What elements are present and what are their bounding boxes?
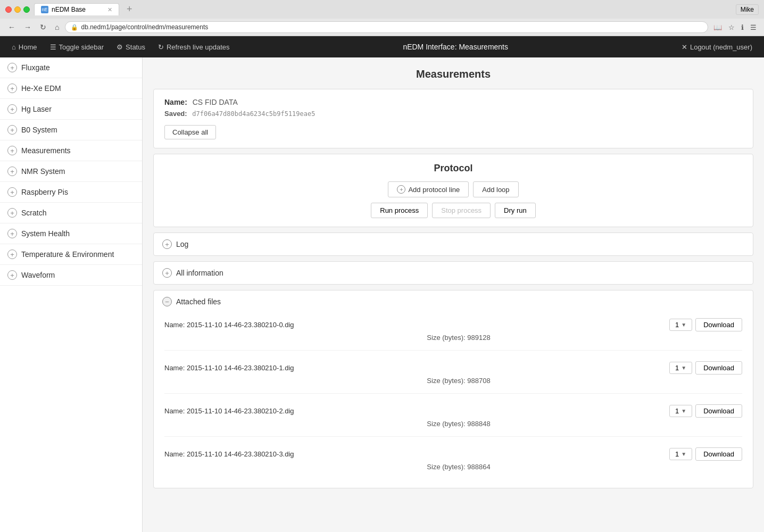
add-loop-button[interactable]: Add loop [473, 181, 518, 197]
sidebar-item-scratch[interactable]: + Scratch [0, 203, 142, 223]
sidebar-item-fluxgate[interactable]: + Fluxgate [0, 57, 142, 78]
sidebar-item-label: Scratch [21, 209, 46, 217]
reload-button[interactable]: ↻ [37, 22, 49, 32]
file-version-2: 1 ▼ [669, 405, 692, 417]
home-nav-button[interactable]: ⌂ Home [6, 40, 43, 54]
version-dropdown-icon-0[interactable]: ▼ [681, 322, 686, 328]
sidebar-item-waveform[interactable]: + Waveform [0, 265, 142, 286]
sidebar-item-measurements[interactable]: + Measurements [0, 140, 142, 161]
file-version-number-0: 1 [675, 321, 679, 329]
attached-files-section-title: Attached files [176, 297, 221, 306]
file-name-0: Name: 2015-11-10 14-46-23.380210-0.dig [164, 321, 294, 329]
version-dropdown-icon-1[interactable]: ▼ [681, 365, 686, 371]
download-button-1[interactable]: Download [695, 361, 742, 375]
sidebar-item-label: Raspberry Pis [21, 188, 68, 196]
attached-files-section-header[interactable]: − Attached files [154, 290, 753, 313]
browser-tab[interactable]: nE nEDM Base ✕ [34, 3, 119, 15]
status-gear-icon: ⚙ [117, 43, 123, 51]
file-size-2: Size (bytes): 988848 [164, 420, 742, 428]
sidebar-item-system-health[interactable]: + System Health [0, 223, 142, 244]
plus-icon: + [7, 270, 17, 280]
sidebar-item-temperature-environment[interactable]: + Temperature & Environment [0, 244, 142, 265]
all-info-expand-icon: + [162, 268, 172, 278]
version-dropdown-icon-3[interactable]: ▼ [681, 451, 686, 457]
file-version-number-3: 1 [675, 450, 679, 458]
logout-button[interactable]: ✕ Logout (nedm_user) [676, 40, 758, 54]
browser-titlebar: nE nEDM Base ✕ + Mike [0, 0, 764, 19]
version-dropdown-icon-2[interactable]: ▼ [681, 408, 686, 414]
new-tab-button[interactable]: + [123, 4, 136, 15]
sidebar-item-hg-laser[interactable]: + Hg Laser [0, 99, 142, 120]
reader-view-icon[interactable]: 📖 [711, 22, 724, 32]
logout-label: Logout (nedm_user) [690, 43, 752, 51]
download-button-3[interactable]: Download [695, 447, 742, 461]
file-name-2: Name: 2015-11-10 14-46-23.380210-2.dig [164, 407, 294, 415]
back-button[interactable]: ← [5, 22, 18, 32]
toggle-sidebar-label: Toggle sidebar [59, 43, 104, 51]
sidebar-item-raspberry-pis[interactable]: + Raspberry Pis [0, 182, 142, 203]
url-lock-icon: 🔒 [71, 24, 78, 31]
maximize-window-dot[interactable] [23, 6, 30, 13]
sidebar-item-b0-system[interactable]: + B0 System [0, 120, 142, 140]
sidebar-item-label: B0 System [21, 126, 57, 134]
saved-value: d7f06a47d80bd4a6234c5b9f5119eae5 [192, 110, 315, 118]
home-button[interactable]: ⌂ [52, 22, 62, 32]
info-icon[interactable]: ℹ [739, 22, 746, 32]
sidebar-item-label: NMR System [21, 167, 65, 176]
app-navbar: ⌂ Home ☰ Toggle sidebar ⚙ Status ↻ Refre… [0, 36, 764, 57]
file-name-3: Name: 2015-11-10 14-46-23.380210-3.dig [164, 450, 294, 458]
menu-icon[interactable]: ☰ [748, 22, 759, 32]
sidebar-item-label: He-Xe EDM [21, 84, 61, 93]
nav-right-group: ✕ Logout (nedm_user) [676, 40, 758, 54]
browser-nav-icons: 📖 ☆ ℹ ☰ [711, 22, 759, 32]
file-actions-3: 1 ▼ Download [669, 447, 742, 461]
toggle-sidebar-button[interactable]: ☰ Toggle sidebar [45, 40, 110, 54]
minimize-window-dot[interactable] [14, 6, 21, 13]
url-text: db.nedm1/page/control/nedm/measurements [81, 23, 702, 31]
add-protocol-line-label: Add protocol line [408, 186, 460, 194]
home-nav-label: Home [19, 43, 37, 51]
tab-close-icon[interactable]: ✕ [107, 6, 112, 13]
file-name-1: Name: 2015-11-10 14-46-23.380210-1.dig [164, 364, 294, 372]
download-button-2[interactable]: Download [695, 404, 742, 418]
tab-favicon: nE [41, 6, 48, 13]
refresh-icon: ↻ [158, 43, 164, 51]
collapse-all-button[interactable]: Collapse all [164, 125, 216, 139]
protocol-card: Protocol + Add protocol line Add loop Ru… [153, 154, 753, 227]
close-window-dot[interactable] [5, 6, 12, 13]
bookmark-icon[interactable]: ☆ [726, 22, 737, 32]
url-bar[interactable]: 🔒 db.nedm1/page/control/nedm/measurement… [65, 21, 708, 33]
dry-run-button[interactable]: Dry run [495, 203, 536, 218]
home-icon: ⌂ [12, 43, 16, 51]
log-section-title: Log [176, 240, 188, 248]
plus-icon: + [7, 229, 17, 238]
plus-icon: + [7, 104, 17, 114]
log-section-header[interactable]: + Log [154, 233, 753, 255]
forward-button[interactable]: → [21, 22, 34, 32]
file-actions-0: 1 ▼ Download [669, 318, 742, 331]
protocol-title: Protocol [164, 163, 742, 174]
add-loop-label: Add loop [482, 186, 509, 194]
run-process-button[interactable]: Run process [371, 203, 428, 218]
status-button[interactable]: ⚙ Status [111, 40, 151, 54]
stop-process-button: Stop process [432, 203, 491, 218]
plus-icon: + [7, 167, 17, 176]
plus-icon: + [7, 250, 17, 259]
all-info-card: + All information [153, 261, 753, 285]
plus-icon: + [7, 63, 17, 72]
refresh-button[interactable]: ↻ Refresh live updates [153, 40, 235, 54]
all-info-section-header[interactable]: + All information [154, 262, 753, 284]
attached-files-content: Name: 2015-11-10 14-46-23.380210-0.dig 1… [154, 313, 753, 488]
app-title: nEDM Interface: Measurements [235, 43, 676, 51]
name-label: Name: [164, 98, 187, 106]
protocol-card-body: Protocol + Add protocol line Add loop Ru… [154, 154, 753, 227]
measurement-name-row: Name: CS FID DATA [164, 98, 742, 106]
file-version-1: 1 ▼ [669, 362, 692, 374]
saved-label: Saved: [164, 110, 187, 118]
file-actions-2: 1 ▼ Download [669, 404, 742, 418]
add-protocol-line-button[interactable]: + Add protocol line [388, 181, 469, 197]
download-button-0[interactable]: Download [695, 318, 742, 331]
sidebar-item-nmr-system[interactable]: + NMR System [0, 161, 142, 182]
sidebar-item-he-xe-edm[interactable]: + He-Xe EDM [0, 78, 142, 99]
plus-icon: + [7, 125, 17, 135]
